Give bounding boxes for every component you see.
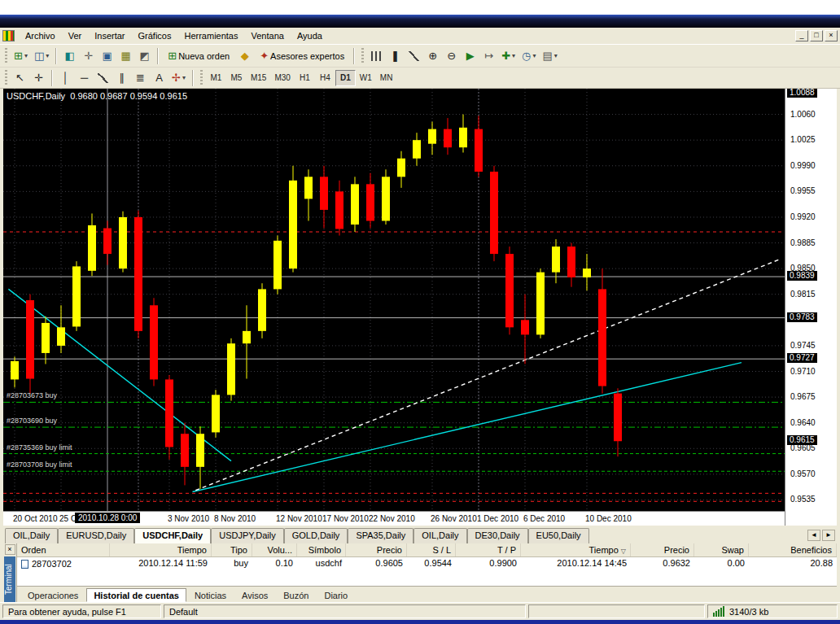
chart-tab-eurusd-1[interactable]: EURUSD,Daily [58, 528, 134, 543]
price-scale[interactable]: 1.00601.00250.99900.99550.99200.98850.98… [785, 89, 837, 526]
timeframe-m5[interactable]: M5 [226, 70, 247, 86]
candlestick-chart-button[interactable]: ❚ [386, 47, 405, 65]
column-header-9[interactable]: Precio [631, 543, 694, 556]
column-header-6[interactable]: S / L [407, 543, 456, 556]
dashed-trendline[interactable] [195, 260, 778, 490]
strategy-tester-button[interactable]: ◩ [135, 47, 154, 65]
terminal-panel-label: Terminal [4, 556, 15, 602]
restore-button[interactable]: □ [810, 30, 823, 41]
toolbar-grip[interactable] [5, 48, 7, 64]
candle-body [273, 241, 282, 290]
templates-button[interactable]: ▤▾ [539, 47, 560, 65]
chart-tab-eu50-8[interactable]: EU50,Daily [528, 528, 589, 543]
candle-body [583, 268, 591, 277]
zoom-in-icon: ⊕ [428, 50, 437, 61]
terminal-panel-button[interactable]: ▦ [116, 47, 135, 65]
channel-button[interactable]: ∥ [112, 69, 131, 87]
menu-gráficos[interactable]: Gráficos [132, 28, 178, 43]
cursor-button[interactable]: ↖ [11, 69, 29, 87]
vertical-line-button[interactable]: │ [56, 69, 75, 87]
status-profile-name[interactable]: Default [164, 604, 526, 618]
asesores-expertos-button[interactable]: ✦Asesores expertos [254, 47, 350, 65]
price-tick-label: 0.9920 [790, 212, 816, 221]
chart-plot-area[interactable]: USDCHF,Daily 0.9680 0.9687 0.9594 0.9615… [3, 89, 785, 511]
scroll-tabs-left-button[interactable]: ◄ [807, 530, 820, 541]
timeframe-m1[interactable]: M1 [206, 70, 226, 86]
column-header-5[interactable]: Precio [346, 543, 407, 556]
profiles-button[interactable]: ◫▾ [31, 47, 52, 65]
toolbar-grip[interactable] [200, 70, 203, 86]
menu-archivo[interactable]: Archivo [19, 28, 62, 43]
market-watch-button[interactable]: ◧ [60, 47, 79, 65]
close-button[interactable]: × [825, 30, 838, 41]
crosshair-button[interactable]: ✛ [29, 69, 48, 87]
candle-body [72, 266, 81, 326]
column-header-1[interactable]: Tiempo [110, 543, 212, 556]
column-header-2[interactable]: Tipo [212, 543, 252, 556]
terminal-tab-historial-de-cuentas[interactable]: Historial de cuentas [86, 588, 186, 602]
auto-scroll-button[interactable]: ▶ [461, 47, 479, 65]
zoom-out-button[interactable]: ⊖ [442, 47, 461, 65]
terminal-tab-noticias[interactable]: Noticias [187, 588, 234, 602]
terminal-icon: ▦ [121, 50, 131, 61]
chart-tab-oil-0[interactable]: OIL,Daily [5, 528, 58, 543]
menu-ventana[interactable]: Ventana [245, 28, 291, 43]
column-header-11[interactable]: Beneficios [749, 543, 837, 556]
terminal-tab-diario[interactable]: Diario [317, 588, 355, 602]
chart-tab-usdjpy-3[interactable]: USDJPY,Daily [211, 528, 284, 543]
menu-ver[interactable]: Ver [62, 28, 89, 43]
table-row[interactable]: 287037022010.12.14 11:59buy0.10usdchf0.9… [17, 557, 837, 570]
chart-shift-button[interactable]: ↦ [479, 47, 498, 65]
chevron-down-icon: ▾ [24, 52, 28, 59]
menu-insertar[interactable]: Insertar [88, 28, 131, 43]
price-tick-label: 1.0060 [790, 110, 816, 119]
timeframe-d1[interactable]: D1 [335, 70, 356, 86]
zoom-in-button[interactable]: ⊕ [423, 47, 442, 65]
menu-herramientas[interactable]: Herramientas [177, 28, 244, 43]
timeframe-m15[interactable]: M15 [247, 70, 270, 86]
chart-tab-oil-6[interactable]: OIL,Daily [413, 528, 466, 543]
timeframe-h1[interactable]: H1 [295, 70, 315, 86]
indicators-button[interactable]: ✚▾ [498, 47, 518, 65]
date-axis[interactable]: 2010.10.28 0:00 20 Oct 201025 Oct 20103 … [3, 511, 785, 526]
column-header-7[interactable]: T / P [456, 543, 521, 556]
scroll-tabs-right-button[interactable]: ► [822, 530, 835, 541]
navigator-button[interactable]: ✛ [79, 47, 98, 65]
candle-body [521, 320, 529, 334]
new-chart-button[interactable]: ⊞▾ [11, 47, 31, 65]
fibonacci-button[interactable]: ≣ [131, 69, 150, 87]
terminal-tab-avisos[interactable]: Avisos [234, 588, 275, 602]
minimize-button[interactable]: _ [795, 30, 808, 41]
timeframe-mn[interactable]: MN [376, 70, 397, 86]
menu-ayuda[interactable]: Ayuda [291, 28, 329, 43]
line-chart-button[interactable] [405, 47, 423, 65]
candle-body [351, 184, 359, 225]
toolbar-grip[interactable] [361, 48, 364, 64]
periods-button[interactable]: ◷▾ [518, 47, 539, 65]
column-header-4[interactable]: Símbolo [297, 543, 346, 556]
text-tool-button[interactable]: A [150, 69, 168, 87]
candle-body [243, 331, 251, 343]
nueva-orden-button[interactable]: ⊞Nueva orden [162, 47, 235, 65]
column-header-10[interactable]: Swap [694, 543, 749, 556]
column-header-0[interactable]: Orden [17, 543, 110, 556]
arrows-tool-button[interactable]: ✢▾ [168, 69, 189, 87]
bar-chart-button[interactable] [367, 47, 386, 65]
chart-tab-spa35-5[interactable]: SPA35,Daily [348, 528, 413, 543]
terminal-tab-operaciones[interactable]: Operaciones [20, 588, 85, 602]
trendline-button[interactable] [94, 69, 112, 87]
chart-tab-gold-4[interactable]: GOLD,Daily [284, 528, 348, 543]
chart-tab-de30-7[interactable]: DE30,Daily [467, 528, 528, 543]
terminal-close-button[interactable]: × [5, 544, 15, 555]
terminal-tab-buzón[interactable]: Buzón [276, 588, 316, 602]
timeframe-w1[interactable]: W1 [356, 70, 376, 86]
timeframe-h4[interactable]: H4 [315, 70, 335, 86]
column-header-8[interactable]: Tiempo▽ [521, 543, 631, 556]
metaeditor-button[interactable]: ◆ [235, 47, 254, 65]
horizontal-line-button[interactable]: ─ [75, 69, 94, 87]
data-window-button[interactable]: ▣ [98, 47, 116, 65]
toolbar-grip[interactable] [5, 70, 7, 86]
column-header-3[interactable]: Volu... [252, 543, 297, 556]
timeframe-m30[interactable]: M30 [270, 70, 294, 86]
chart-tab-usdchf-2[interactable]: USDCHF,Daily [134, 528, 211, 543]
